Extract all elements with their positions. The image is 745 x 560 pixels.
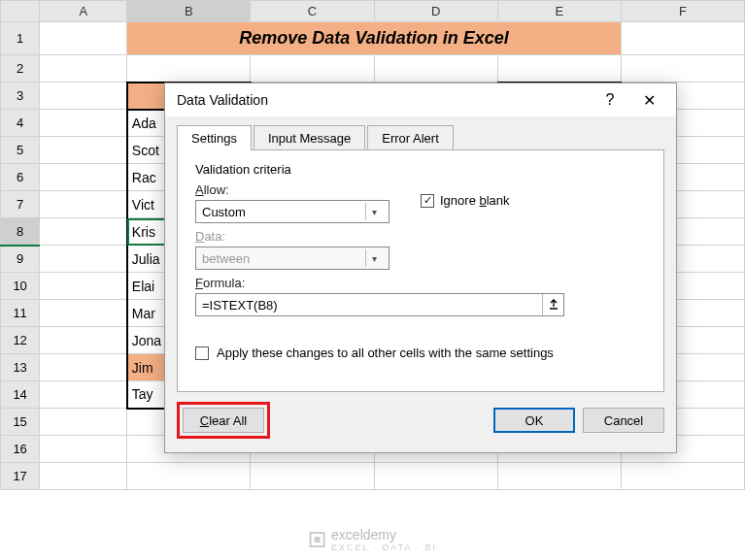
help-button[interactable]: ? (591, 86, 629, 114)
sheet-title[interactable]: Remove Data Validation in Excel (127, 22, 622, 55)
dialog-button-row: Clear All OK Cancel (165, 402, 676, 452)
row-header[interactable]: 8 (1, 218, 40, 246)
chevron-down-icon: ▾ (365, 249, 383, 267)
ignore-blank-label: Ignore blank (440, 193, 510, 208)
tab-error-alert[interactable]: Error Alert (367, 125, 454, 150)
formula-input[interactable]: =ISTEXT(B8) (195, 293, 564, 316)
row-header[interactable]: 9 (1, 246, 40, 273)
allow-value: Custom (202, 205, 246, 219)
row-header[interactable]: 3 (1, 82, 40, 110)
data-value: between (202, 251, 250, 266)
ignore-blank-checkbox[interactable]: ✓ (421, 194, 434, 208)
row-header[interactable]: 14 (1, 381, 40, 409)
row-header[interactable]: 16 (1, 436, 40, 463)
row-header[interactable]: 1 (1, 22, 40, 55)
close-button[interactable]: ✕ (629, 86, 668, 114)
tab-settings[interactable]: Settings (177, 125, 252, 150)
row-header[interactable]: 6 (1, 164, 40, 191)
range-selector-icon[interactable] (542, 294, 563, 315)
data-select: between ▾ (195, 247, 389, 270)
col-header-B[interactable]: B (127, 1, 251, 22)
row-header[interactable]: 10 (1, 273, 40, 300)
col-header-E[interactable]: E (497, 1, 621, 22)
cell[interactable] (621, 22, 744, 55)
formula-label: Formula: (195, 276, 646, 290)
col-header-F[interactable]: F (621, 1, 744, 22)
validation-criteria-label: Validation criteria (195, 162, 646, 177)
select-all-corner[interactable] (1, 1, 40, 22)
data-validation-dialog: Data Validation ? ✕ Settings Input Messa… (164, 82, 677, 453)
ok-button[interactable]: OK (493, 408, 575, 433)
watermark: exceldemy EXCEL · DATA · BI (308, 527, 437, 552)
dialog-title: Data Validation (177, 92, 591, 108)
watermark-brand: exceldemy (331, 527, 396, 543)
col-header-C[interactable]: C (251, 1, 374, 22)
apply-all-label: Apply these changes to all other cells w… (217, 346, 554, 360)
formula-value: =ISTEXT(B8) (202, 298, 542, 313)
row-header[interactable]: 2 (1, 55, 40, 82)
data-label: Data: (195, 229, 646, 244)
row-header[interactable]: 17 (1, 463, 40, 490)
watermark-tag: EXCEL · DATA · BI (331, 543, 437, 552)
row-header[interactable]: 5 (1, 137, 40, 164)
cell[interactable] (40, 22, 127, 55)
clear-all-button[interactable]: Clear All (183, 408, 264, 433)
row-header[interactable]: 4 (1, 110, 40, 137)
row-header[interactable]: 15 (1, 409, 40, 436)
row-header[interactable]: 13 (1, 354, 40, 381)
col-header-A[interactable]: A (40, 1, 127, 22)
dialog-tabs: Settings Input Message Error Alert (177, 124, 664, 149)
svg-rect-1 (314, 537, 320, 543)
row-header[interactable]: 11 (1, 300, 40, 327)
col-header-D[interactable]: D (374, 1, 497, 22)
cancel-button[interactable]: Cancel (583, 408, 664, 433)
annotation-highlight: Clear All (177, 402, 270, 439)
dialog-titlebar[interactable]: Data Validation ? ✕ (165, 83, 676, 116)
row-header[interactable]: 12 (1, 327, 40, 354)
apply-all-checkbox[interactable] (195, 346, 209, 360)
tab-input-message[interactable]: Input Message (254, 125, 365, 150)
logo-icon (308, 531, 325, 548)
chevron-down-icon: ▾ (365, 203, 383, 220)
row-header[interactable]: 7 (1, 191, 40, 218)
allow-select[interactable]: Custom ▾ (195, 200, 389, 223)
tab-panel-settings: Validation criteria Allow: Custom ▾ ✓ Ig… (177, 149, 664, 392)
